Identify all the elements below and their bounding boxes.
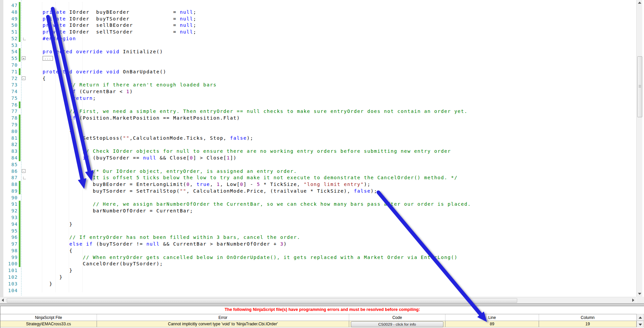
code-line[interactable]: 87 It is offset 5 ticks below the low to… <box>0 174 636 181</box>
table-scroll-up-button[interactable] <box>637 314 644 321</box>
vertical-scrollbar[interactable] <box>636 0 642 297</box>
line-number: 97 <box>0 241 18 247</box>
code-line[interactable]: 102 } <box>0 274 636 280</box>
code-line[interactable]: 97 else if (buyTSorder != null && Curren… <box>0 241 636 247</box>
error-code-info-button[interactable]: CS0029 - click for info <box>351 321 443 327</box>
fold-collapse-icon[interactable]: - <box>22 76 25 80</box>
code-line[interactable]: 72-{ <box>0 75 636 82</box>
code-text: } <box>43 274 63 280</box>
error-message-cell: Cannot implicitly convert type 'void' to… <box>97 321 349 327</box>
code-line[interactable]: 47 <box>0 2 636 9</box>
scroll-up-button[interactable] <box>637 0 642 6</box>
code-line[interactable]: 103 } <box>0 280 636 287</box>
line-number: 83 <box>0 148 18 154</box>
change-tracking-bar <box>19 254 20 261</box>
table-scroll-down-button[interactable] <box>637 321 644 327</box>
line-number: 104 <box>0 287 18 293</box>
code-line[interactable]: 51private IOrder sellTSorder = null; <box>0 28 636 35</box>
scroll-down-button[interactable] <box>637 291 642 297</box>
code-line[interactable]: 104 <box>0 287 636 294</box>
line-number: 99 <box>0 254 18 260</box>
column-header-error[interactable]: Error <box>97 314 349 321</box>
code-text: protected override void Initialize() <box>43 49 163 55</box>
code-line[interactable]: 100 CancelOrder(buyTSorder); <box>0 260 636 267</box>
code-line[interactable]: 85 <box>0 161 636 168</box>
panel-splitter[interactable] <box>0 303 644 306</box>
code-line[interactable]: 81 SetStopLoss("",CalculationMode.Ticks,… <box>0 135 636 141</box>
code-line[interactable]: 90 <box>0 194 636 201</box>
code-text: // First, we need a simple entry. Then e… <box>43 108 468 114</box>
line-number: 48 <box>0 9 18 15</box>
code-line[interactable]: 83 // Check IOrder objects for null to e… <box>0 148 636 154</box>
column-header-column[interactable]: Column <box>539 314 637 321</box>
code-line[interactable]: 73 // Return if there aren't enough load… <box>0 81 636 88</box>
column-header-line[interactable]: Line <box>445 314 539 321</box>
code-line[interactable]: 70 <box>0 62 636 68</box>
ninjatrader-editor-window: 4748private IOrder buyBEorder = null;49p… <box>0 0 644 328</box>
horizontal-scrollbar-thumb[interactable] <box>7 298 517 303</box>
change-tracking-bar <box>19 154 20 161</box>
scroll-right-button[interactable] <box>630 298 636 303</box>
code-text: buyBEorder = EnterLongLimit(0, true, 1, … <box>43 181 371 187</box>
code-text: { <box>43 75 46 81</box>
code-line[interactable]: 95 <box>0 227 636 234</box>
code-line[interactable]: 91 // Here, we assign barNumberOfOrder t… <box>0 201 636 207</box>
code-line[interactable]: 54protected override void Initialize() <box>0 48 636 55</box>
collapsed-region-box[interactable]: ... <box>43 56 53 61</box>
code-line[interactable]: 94 } <box>0 221 636 227</box>
line-number: 55 <box>0 55 18 61</box>
fold-collapse-icon[interactable]: - <box>22 169 25 173</box>
code-line[interactable]: 71protected override void OnBarUpdate() <box>0 68 636 75</box>
error-file-cell: Strategy\EMACross33.cs <box>0 321 97 327</box>
error-banner-text: The following NinjaScript file(s) have p… <box>0 307 644 312</box>
code-line[interactable]: 55+... <box>0 55 636 62</box>
change-tracking-bar <box>19 121 20 128</box>
change-tracking-bar <box>19 48 20 55</box>
change-tracking-bar <box>19 227 20 234</box>
code-line[interactable]: 82 <box>0 141 636 148</box>
code-line[interactable]: 74 if (CurrentBar < 1) <box>0 88 636 95</box>
code-line[interactable]: 49private IOrder buyTSorder = null; <box>0 15 636 22</box>
scroll-left-button[interactable] <box>0 298 6 303</box>
code-editor[interactable]: 4748private IOrder buyBEorder = null;49p… <box>0 0 636 297</box>
triangle-down-icon <box>639 324 642 326</box>
change-tracking-bar <box>19 247 20 254</box>
code-text: if (Position.MarketPosition == MarketPos… <box>43 115 240 121</box>
code-line[interactable]: 80 { <box>0 128 636 135</box>
horizontal-scrollbar[interactable] <box>0 297 636 303</box>
code-line[interactable]: 77 // First, we need a simple entry. The… <box>0 108 636 115</box>
code-text: // When entryOrder gets cancelled below … <box>43 254 458 260</box>
column-header-file[interactable]: NinjaScript File <box>0 314 97 321</box>
code-line[interactable]: 53 <box>0 42 636 49</box>
code-line[interactable]: 89 buyTSorder = SetTrailStop("", Calcula… <box>0 188 636 194</box>
error-column-cell: 19 <box>539 321 637 327</box>
code-line[interactable]: 78 if (Position.MarketPosition == Market… <box>0 115 636 121</box>
code-line[interactable]: 76 <box>0 102 636 108</box>
line-number: 98 <box>0 248 18 254</box>
code-line[interactable]: 101 } <box>0 267 636 274</box>
column-header-code[interactable]: Code <box>349 314 445 321</box>
code-line[interactable]: 48private IOrder buyBEorder = null; <box>0 9 636 15</box>
code-line[interactable]: 52#endregion <box>0 35 636 42</box>
thumb-grip <box>639 87 641 87</box>
fold-expand-icon[interactable]: + <box>22 56 25 60</box>
change-tracking-bar <box>19 260 20 267</box>
line-number: 53 <box>0 42 18 48</box>
code-line[interactable]: 84 if (buyTSorder == null && Close[0] > … <box>0 154 636 161</box>
thumb-grip <box>639 85 641 85</box>
line-number: 89 <box>0 188 18 194</box>
change-tracking-bar <box>19 141 20 148</box>
code-line[interactable]: 79 <box>0 121 636 128</box>
code-text: buyTSorder = SetTrailStop("", Calculatio… <box>43 188 377 194</box>
code-line[interactable]: 75 return; <box>0 95 636 102</box>
vertical-scrollbar-thumb[interactable] <box>637 56 642 117</box>
code-line[interactable]: 98 { <box>0 247 636 254</box>
code-line[interactable]: 88 buyBEorder = EnterLongLimit(0, true, … <box>0 181 636 188</box>
error-table-row[interactable]: Strategy\EMACross33.cs Cannot implicitly… <box>0 321 644 327</box>
code-line[interactable]: 99 // When entryOrder gets cancelled bel… <box>0 254 636 261</box>
code-line[interactable]: 92 barNumberOfOrder = CurrentBar; <box>0 207 636 214</box>
code-line[interactable]: 93 <box>0 214 636 221</box>
code-line[interactable]: 96 // If entryOrder has not been filled … <box>0 234 636 241</box>
code-line[interactable]: 50private IOrder sellBEorder = null; <box>0 22 636 28</box>
code-line[interactable]: 86- /* Our IOrder object, entryOrder, is… <box>0 168 636 175</box>
